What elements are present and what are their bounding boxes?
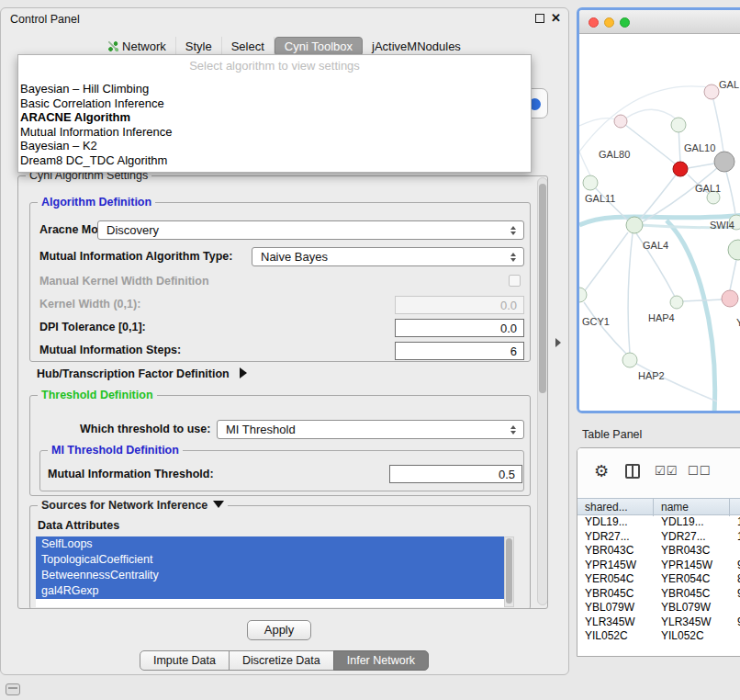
dpi-tolerance-input[interactable]: 0.0 — [395, 319, 524, 337]
control-panel-titlebar: Control Panel ✕ — [1, 8, 568, 30]
table-cell: YBR043C — [654, 544, 730, 559]
threshold-definition-title: Threshold Definition — [38, 389, 157, 401]
table-cell: YDL19... — [654, 515, 730, 530]
algorithm-dropdown-popup: Select algorithm to view settings Bayesi… — [17, 54, 532, 173]
network-node-label: HAP2 — [638, 370, 665, 381]
network-node[interactable] — [583, 175, 598, 190]
algorithm-option[interactable]: Mutual Information Inference — [18, 125, 531, 140]
table-panel-title: Table Panel — [582, 428, 642, 441]
bottom-tab-discretize-data[interactable]: Discretize Data — [229, 650, 334, 671]
network-node[interactable] — [670, 296, 683, 309]
kernel-width-label: Kernel Width (0,1): — [39, 298, 140, 310]
network-canvas[interactable]: GALGAL80GAL10GAL11GAL1SWI4GAL4GCY1HAP4HA… — [579, 34, 740, 411]
network-node[interactable] — [614, 115, 627, 128]
tab-jactivemnodules[interactable]: jActiveMNodules — [363, 37, 470, 56]
tab-network[interactable]: Network — [99, 37, 176, 56]
algorithm-option[interactable]: ARACNE Algorithm — [18, 110, 531, 125]
data-attributes-list[interactable]: SelfLoopsTopologicalCoefficientBetweenne… — [36, 536, 504, 607]
close-icon[interactable]: ✕ — [551, 13, 561, 24]
manual-kernel-width-checkbox[interactable] — [509, 275, 521, 287]
attribute-item[interactable]: gal4RGexp — [36, 583, 504, 599]
table-column-header[interactable] — [730, 499, 740, 516]
network-node-label: GCY1 — [582, 316, 610, 327]
network-node[interactable] — [714, 152, 734, 172]
panel-resize-handle[interactable] — [555, 338, 561, 347]
hub-tf-expander[interactable]: Hub/Transcription Factor Definition — [37, 367, 247, 380]
algorithm-option[interactable]: Bayesian – Hill Climbing — [18, 82, 531, 96]
bottom-tab-infer-network[interactable]: Infer Network — [333, 650, 429, 671]
which-threshold-select[interactable]: MI Threshold — [217, 420, 524, 439]
network-node[interactable] — [728, 240, 740, 260]
network-node[interactable] — [722, 290, 738, 307]
mi-threshold-input[interactable]: 0.5 — [389, 465, 522, 483]
float-window-icon[interactable] — [535, 14, 544, 23]
gear-icon[interactable]: ⚙ — [594, 461, 609, 481]
combo-arrows-icon — [508, 226, 519, 235]
algorithm-option[interactable]: Dream8 DC_TDC Algorithm — [18, 153, 531, 168]
network-node[interactable] — [622, 353, 637, 367]
network-node[interactable] — [626, 217, 643, 233]
network-node[interactable] — [704, 85, 719, 99]
which-threshold-label: Which threshold to use: — [80, 423, 210, 435]
table-cell: YLR345W — [577, 615, 654, 630]
network-node-label: GAL10 — [684, 142, 715, 153]
algorithm-option[interactable]: Basic Correlation Inference — [18, 96, 531, 111]
collapsed-panel-icon[interactable] — [6, 683, 20, 695]
network-edge — [726, 172, 736, 220]
network-node-label: GAL80 — [599, 149, 630, 160]
select-checked-rows-icon[interactable]: ☑☑ — [655, 464, 678, 478]
network-node-label: GAL1 — [695, 183, 721, 194]
tab-label: Select — [231, 40, 264, 53]
table-cell: YDR27... — [577, 530, 654, 545]
close-traffic-light-icon[interactable] — [589, 17, 599, 28]
network-node[interactable] — [673, 162, 688, 176]
sources-expander[interactable]: Sources for Network Inference — [38, 499, 228, 512]
table-row[interactable]: YIL052CYIL052C — [577, 629, 740, 644]
table-row[interactable]: YER054CYER054C8. — [577, 572, 740, 587]
attribute-item[interactable]: SelfLoops — [36, 536, 504, 552]
tab-select[interactable]: Select — [222, 37, 275, 56]
table-cell: YDR27... — [654, 530, 730, 545]
select-unchecked-rows-icon[interactable]: ☐☐ — [688, 464, 711, 478]
attribute-item[interactable]: TopologicalCoefficient — [36, 552, 504, 568]
table-row[interactable]: YBR045CYBR045C9. — [577, 587, 740, 602]
table-row[interactable]: YDR27...YDR27...12 — [577, 530, 740, 545]
table-cell: YIL052C — [654, 629, 730, 644]
table-cell: 9. — [730, 587, 740, 602]
tab-label: Cyni Toolbox — [285, 40, 353, 53]
network-view-window: GALGAL80GAL10GAL11GAL1SWI4GAL4GCY1HAP4HA… — [577, 7, 740, 413]
table-cell: YBL079W — [577, 601, 654, 615]
table-row[interactable]: YBL079WYBL079W — [577, 601, 740, 615]
table-row[interactable]: YPR145WYPR145W9. — [577, 559, 740, 573]
table-column-header[interactable]: name — [654, 499, 730, 516]
tab-style[interactable]: Style — [176, 37, 222, 56]
sources-group: Sources for Network Inference Data Attri… — [29, 505, 531, 609]
table-row[interactable]: YLR345WYLR345W9. — [577, 615, 740, 630]
network-edge — [579, 119, 616, 126]
tab-cyni-toolbox[interactable]: Cyni Toolbox — [275, 37, 363, 56]
table-cell — [730, 601, 740, 615]
table-row[interactable]: YDL19...YDL19...13 — [577, 515, 740, 530]
minimize-traffic-light-icon[interactable] — [604, 17, 614, 28]
mi-steps-input[interactable]: 6 — [395, 342, 524, 360]
mi-algorithm-type-select[interactable]: Naive Bayes — [252, 247, 524, 266]
table-column-header[interactable]: shared... — [577, 499, 654, 516]
attribute-item[interactable]: BetweennessCentrality — [36, 568, 504, 583]
aracne-mode-select[interactable]: Discovery — [97, 220, 524, 240]
network-node[interactable] — [671, 118, 686, 132]
attributes-scrollbar[interactable] — [504, 536, 514, 607]
apply-button[interactable]: Apply — [247, 620, 311, 640]
columns-icon[interactable] — [625, 464, 640, 479]
algorithm-option[interactable]: Bayesian – K2 — [18, 139, 531, 153]
bottom-tab-impute-data[interactable]: Impute Data — [140, 650, 230, 671]
table-row[interactable]: YBR043CYBR043C — [577, 544, 740, 559]
attributes-scrollbar-thumb[interactable] — [506, 538, 512, 604]
zoom-traffic-light-icon[interactable] — [620, 17, 630, 28]
mi-algorithm-type-label: Mutual Information Algorithm Type: — [39, 250, 232, 263]
threshold-definition-group: Threshold Definition Which threshold to … — [29, 395, 531, 496]
aracne-mode-value: Discovery — [98, 223, 508, 237]
network-edge — [683, 299, 723, 301]
dpi-tolerance-label: DPI Tolerance [0,1]: — [39, 321, 146, 333]
sources-title: Sources for Network Inference — [41, 499, 207, 512]
network-node-label: SWI4 — [710, 220, 734, 231]
